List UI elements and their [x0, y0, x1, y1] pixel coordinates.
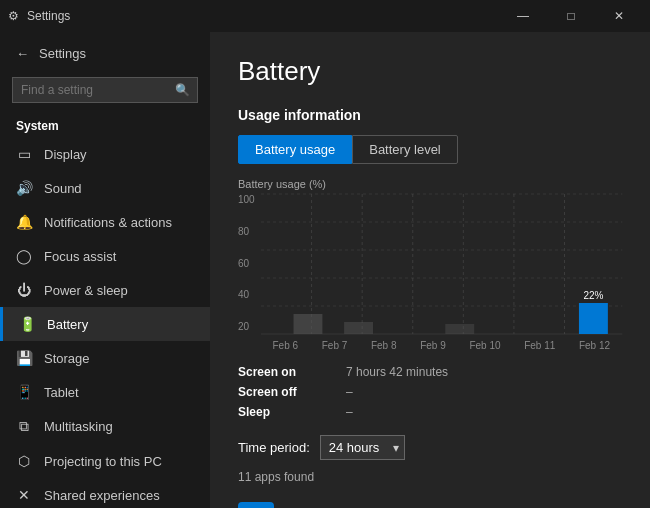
- date-feb9: Feb 9: [420, 340, 446, 351]
- app-item-system: System 14%: [238, 494, 622, 508]
- titlebar: ⚙ Settings — □ ✕: [0, 0, 650, 32]
- sidebar-item-label: Sound: [44, 181, 82, 196]
- sidebar-item-projecting[interactable]: ⬡ Projecting to this PC: [0, 444, 210, 478]
- chart-area: Battery usage (%) 100 80 60 40 20: [238, 178, 622, 351]
- screen-off-value: –: [346, 383, 622, 401]
- tab-battery-usage[interactable]: Battery usage: [238, 135, 352, 164]
- notifications-icon: 🔔: [16, 214, 32, 230]
- multitasking-icon: ⧉: [16, 418, 32, 435]
- date-feb6: Feb 6: [273, 340, 299, 351]
- tab-battery-level[interactable]: Battery level: [352, 135, 458, 164]
- sidebar-item-label: Tablet: [44, 385, 79, 400]
- sidebar-item-shared[interactable]: ✕ Shared experiences: [0, 478, 210, 508]
- sidebar-item-label: Shared experiences: [44, 488, 160, 503]
- titlebar-title: Settings: [27, 9, 70, 23]
- battery-icon: 🔋: [19, 316, 35, 332]
- bar-feb12: [579, 303, 608, 334]
- titlebar-left: ⚙ Settings: [8, 9, 70, 23]
- back-label: Settings: [39, 46, 86, 61]
- content-area: Battery Usage information Battery usage …: [210, 32, 650, 508]
- maximize-button[interactable]: □: [548, 0, 594, 32]
- y-label-100: 100: [238, 194, 255, 205]
- bar-feb8: [344, 322, 373, 334]
- back-button[interactable]: ← Settings: [0, 36, 210, 71]
- sidebar-item-display[interactable]: ▭ Display: [0, 137, 210, 171]
- time-period-row: Time period: 24 hours 48 hours 1 week: [238, 435, 622, 460]
- tabs: Battery usage Battery level: [238, 135, 622, 164]
- sidebar-item-label: Storage: [44, 351, 90, 366]
- shared-icon: ✕: [16, 487, 32, 503]
- close-button[interactable]: ✕: [596, 0, 642, 32]
- sidebar-item-power[interactable]: ⏻ Power & sleep: [0, 273, 210, 307]
- time-period-label: Time period:: [238, 440, 310, 455]
- sidebar-item-notifications[interactable]: 🔔 Notifications & actions: [0, 205, 210, 239]
- sidebar-item-label: Projecting to this PC: [44, 454, 162, 469]
- screen-off-label: Screen off: [238, 383, 338, 401]
- page-title: Battery: [238, 56, 622, 87]
- apps-found: 11 apps found: [238, 470, 622, 484]
- main-layout: ← Settings 🔍 System ▭ Display 🔊 Sound 🔔 …: [0, 32, 650, 508]
- minimize-button[interactable]: —: [500, 0, 546, 32]
- section-usage-title: Usage information: [238, 107, 622, 123]
- sidebar-item-label: Multitasking: [44, 419, 113, 434]
- focus-icon: ◯: [16, 248, 32, 264]
- bar-feb7: [293, 314, 322, 334]
- chart-dates: Feb 6 Feb 7 Feb 8 Feb 9 Feb 10 Feb 11 Fe…: [261, 338, 622, 351]
- back-icon: ←: [16, 46, 29, 61]
- sidebar-item-sound[interactable]: 🔊 Sound: [0, 171, 210, 205]
- bar-value-label: 22%: [583, 290, 603, 301]
- date-feb7: Feb 7: [322, 340, 348, 351]
- date-feb11: Feb 11: [524, 340, 555, 351]
- system-app-icon: [238, 502, 274, 508]
- stats-grid: Screen on 7 hours 42 minutes Screen off …: [238, 363, 622, 421]
- sidebar-section: System: [0, 113, 210, 137]
- sleep-value: –: [346, 403, 622, 421]
- sidebar-item-label: Display: [44, 147, 87, 162]
- y-label-40: 40: [238, 289, 255, 300]
- power-icon: ⏻: [16, 282, 32, 298]
- sidebar-item-label: Battery: [47, 317, 88, 332]
- sound-icon: 🔊: [16, 180, 32, 196]
- sidebar-item-storage[interactable]: 💾 Storage: [0, 341, 210, 375]
- tablet-icon: 📱: [16, 384, 32, 400]
- y-label-80: 80: [238, 226, 255, 237]
- y-label-60: 60: [238, 258, 255, 269]
- y-label-20: 20: [238, 321, 255, 332]
- search-container: 🔍: [12, 77, 198, 103]
- projecting-icon: ⬡: [16, 453, 32, 469]
- sidebar-item-tablet[interactable]: 📱 Tablet: [0, 375, 210, 409]
- date-feb10: Feb 10: [469, 340, 500, 351]
- sidebar-item-label: Power & sleep: [44, 283, 128, 298]
- titlebar-controls: — □ ✕: [500, 0, 642, 32]
- search-icon: 🔍: [175, 83, 190, 97]
- settings-icon: ⚙: [8, 9, 19, 23]
- bar-feb10: [445, 324, 474, 334]
- sidebar-item-multitasking[interactable]: ⧉ Multitasking: [0, 409, 210, 444]
- time-period-select-wrapper: 24 hours 48 hours 1 week: [320, 435, 405, 460]
- sidebar: ← Settings 🔍 System ▭ Display 🔊 Sound 🔔 …: [0, 32, 210, 508]
- display-icon: ▭: [16, 146, 32, 162]
- search-input[interactable]: [12, 77, 198, 103]
- date-feb12: Feb 12: [579, 340, 610, 351]
- screen-on-value: 7 hours 42 minutes: [346, 363, 622, 381]
- time-period-select[interactable]: 24 hours 48 hours 1 week: [320, 435, 405, 460]
- chart-svg: 22%: [261, 194, 622, 334]
- sidebar-item-label: Focus assist: [44, 249, 116, 264]
- sidebar-item-focus[interactable]: ◯ Focus assist: [0, 239, 210, 273]
- chart-y-label: Battery usage (%): [238, 178, 622, 190]
- screen-on-label: Screen on: [238, 363, 338, 381]
- sidebar-item-label: Notifications & actions: [44, 215, 172, 230]
- date-feb8: Feb 8: [371, 340, 397, 351]
- storage-icon: 💾: [16, 350, 32, 366]
- sleep-label: Sleep: [238, 403, 338, 421]
- sidebar-item-battery[interactable]: 🔋 Battery: [0, 307, 210, 341]
